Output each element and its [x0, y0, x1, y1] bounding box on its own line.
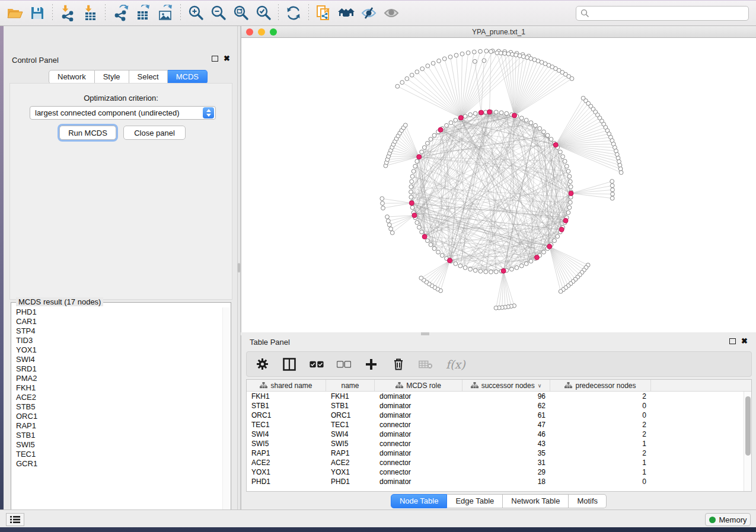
delete-table-icon[interactable] — [419, 357, 433, 371]
refresh-icon[interactable] — [282, 2, 305, 24]
scrollbar-thumb[interactable] — [745, 396, 751, 456]
add-column-icon[interactable] — [364, 357, 378, 371]
table-row[interactable]: SWI4SWI4dominator462 — [247, 430, 744, 439]
tab-edge-table[interactable]: Edge Table — [447, 494, 503, 508]
tab-style[interactable]: Style — [95, 70, 129, 84]
zoom-out-icon[interactable] — [207, 2, 229, 24]
run-mcds-button[interactable]: Run MCDS — [59, 126, 116, 140]
mcds-result-item[interactable]: CAR1 — [16, 317, 223, 326]
status-bar: Memory — [0, 509, 756, 527]
export-network-icon[interactable] — [109, 2, 132, 24]
table-cell: PHD1 — [247, 477, 326, 486]
export-table-icon[interactable] — [132, 2, 154, 24]
table-cell: 18 — [462, 477, 550, 486]
mcds-result-list[interactable]: PHD1CAR1STP4TID3YOX1SWI4SRD1PMA2FKH1ACE2… — [12, 307, 223, 521]
table-row[interactable]: SWI5SWI5connector431 — [247, 439, 744, 448]
table-cell: dominator — [375, 402, 462, 410]
deselect-all-icon[interactable] — [337, 357, 351, 371]
network-canvas[interactable] — [241, 38, 756, 332]
table-cell: 31 — [462, 459, 550, 467]
mcds-result-item[interactable]: YOX1 — [16, 345, 223, 355]
table-scrollbar[interactable] — [744, 392, 751, 491]
table-row[interactable]: RAP1RAP1dominator352 — [247, 448, 744, 458]
mcds-result-item[interactable]: SRD1 — [16, 364, 223, 374]
table-body[interactable]: FKH1FKH1dominator962STB1STB1dominator620… — [247, 392, 744, 491]
mcds-result-item[interactable]: TID3 — [16, 336, 223, 345]
splitter-handle[interactable] — [238, 263, 240, 273]
mcds-result-item[interactable]: ORC1 — [16, 412, 223, 421]
mcds-result-item[interactable]: TEC1 — [16, 450, 223, 459]
homes-icon[interactable] — [335, 2, 358, 24]
column-header-MCDS-role[interactable]: MCDS role — [375, 380, 462, 391]
float-panel-icon[interactable] — [729, 338, 736, 344]
clone-network-icon[interactable] — [312, 2, 335, 24]
task-history-button[interactable] — [6, 513, 24, 526]
table-row[interactable]: PHD1PHD1dominator180 — [247, 477, 744, 486]
zoom-selected-icon[interactable] — [252, 2, 275, 24]
column-header-shared-name[interactable]: shared name — [247, 380, 326, 391]
settings-gear-icon[interactable] — [255, 357, 269, 371]
network-window-titlebar[interactable]: YPA_prune.txt_1 — [241, 26, 756, 38]
column-header-predecessor-nodes[interactable]: predecessor nodes — [550, 380, 651, 391]
tab-network-table[interactable]: Network Table — [503, 494, 569, 508]
function-builder-icon[interactable]: f(x) — [446, 358, 465, 371]
mcds-result-item[interactable]: SWI4 — [16, 355, 223, 364]
mcds-result-item[interactable]: STB1 — [16, 431, 223, 440]
table-toolbar: f(x) — [246, 351, 752, 377]
mcds-result-item[interactable]: RAP1 — [16, 421, 223, 431]
table-row[interactable]: TEC1TEC1connector472 — [247, 420, 744, 430]
table-row[interactable]: YOX1YOX1connector291 — [247, 467, 744, 477]
table-row[interactable]: ORC1ORC1dominator610 — [247, 411, 744, 420]
delete-column-icon[interactable] — [391, 357, 406, 371]
column-layout-icon[interactable] — [282, 357, 296, 371]
tab-mcds[interactable]: MCDS — [168, 70, 208, 84]
search-input[interactable] — [589, 9, 748, 18]
zoom-fit-icon[interactable] — [229, 2, 252, 24]
zoom-in-icon[interactable] — [184, 2, 207, 24]
memory-button[interactable]: Memory — [705, 513, 751, 526]
export-image-icon[interactable] — [154, 2, 177, 24]
select-all-icon[interactable] — [310, 357, 324, 371]
column-header-successor-nodes[interactable]: successor nodes∨ — [462, 380, 550, 391]
mcds-result-item[interactable]: ACE2 — [16, 393, 223, 402]
tab-motifs[interactable]: Motifs — [569, 494, 607, 508]
import-network-icon[interactable] — [56, 2, 79, 24]
tab-select[interactable]: Select — [129, 70, 168, 84]
close-panel-icon[interactable]: ✖ — [224, 56, 230, 62]
table-cell: STB1 — [326, 402, 375, 410]
desktop-edge — [0, 527, 756, 532]
mcds-result-item[interactable]: STB5 — [16, 402, 223, 412]
table-cell: 96 — [462, 392, 550, 400]
mcds-result-item[interactable]: STP4 — [16, 326, 223, 336]
import-table-icon[interactable] — [79, 2, 101, 24]
table-cell: TEC1 — [247, 421, 326, 429]
tab-network[interactable]: Network — [49, 70, 95, 84]
mcds-result-item[interactable]: PHD1 — [16, 307, 223, 317]
search-field[interactable] — [576, 6, 749, 21]
table-cell: STB1 — [247, 402, 326, 410]
mcds-result-scrollbar[interactable] — [222, 307, 230, 521]
table-row[interactable]: ACE2ACE2connector311 — [247, 458, 744, 467]
table-cell: 0 — [550, 477, 651, 486]
hide-selected-icon[interactable] — [358, 2, 380, 24]
mcds-result-item[interactable]: PMA2 — [16, 374, 223, 383]
column-header-name[interactable]: name — [326, 380, 375, 391]
mcds-result-item[interactable]: GCR1 — [16, 459, 223, 469]
tab-node-table[interactable]: Node Table — [391, 494, 448, 508]
show-all-icon[interactable] — [380, 2, 403, 24]
table-row[interactable]: STB1STB1dominator620 — [247, 401, 744, 411]
close-panel-icon[interactable]: ✖ — [741, 338, 748, 344]
table-cell: 35 — [462, 449, 550, 457]
table-cell: RAP1 — [326, 449, 375, 457]
table-row[interactable]: FKH1FKH1dominator962 — [247, 392, 744, 401]
mcds-result-item[interactable]: FKH1 — [16, 383, 223, 393]
open-file-icon[interactable] — [4, 2, 26, 24]
table-cell: TEC1 — [326, 421, 375, 429]
save-icon[interactable] — [26, 2, 49, 24]
optimization-criterion-select[interactable]: largest connected component (undirected) — [30, 106, 216, 120]
float-panel-icon[interactable] — [212, 56, 218, 62]
main-toolbar — [0, 0, 756, 26]
mcds-result-item[interactable]: SWI5 — [16, 440, 223, 450]
close-panel-button[interactable]: Close panel — [123, 126, 186, 140]
table-cell: 1 — [550, 468, 651, 476]
